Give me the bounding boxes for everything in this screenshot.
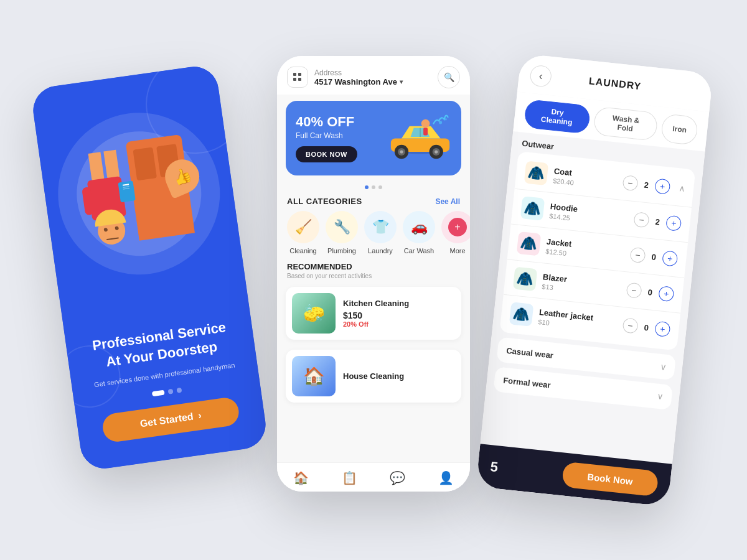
jacket-controls: − 0 + — [629, 247, 678, 267]
category-more[interactable]: + More — [441, 211, 470, 254]
banner-dot-3 — [378, 185, 382, 189]
svg-point-10 — [444, 118, 446, 120]
address-block: Address 4517 Washington Ave ▾ — [287, 67, 403, 88]
kitchen-cleaning-discount: 20% Off — [343, 320, 455, 328]
jacket-icon: 🧥 — [517, 231, 542, 256]
house-cleaning-thumb: 🏠 — [292, 356, 336, 396]
blazer-increase-button[interactable]: + — [658, 286, 674, 302]
cart-count: 5 — [489, 459, 499, 475]
casual-wear-chevron-icon: ∨ — [659, 362, 667, 372]
kitchen-cleaning-price: $150 — [343, 310, 455, 320]
category-laundry[interactable]: 👕 Laundry — [364, 211, 397, 254]
chevron-down-icon: ▾ — [400, 78, 403, 85]
car-illustration — [383, 112, 451, 164]
coat-controls: − 2 + — [622, 175, 670, 195]
tab-iron[interactable]: Iron — [660, 113, 698, 146]
bottom-nav: 🏠 📋 💬 👤 — [277, 462, 470, 492]
hoodie-controls: − 2 + — [633, 212, 682, 231]
kitchen-cleaning-thumb: 🧽 — [292, 293, 336, 334]
address-info: Address 4517 Washington Ave ▾ — [314, 68, 403, 86]
phone-splash: 👍 Professional Service At Your Doorstep … — [30, 63, 268, 472]
tab-dry-cleaning[interactable]: Dry Cleaning — [524, 99, 591, 134]
hoodie-increase-button[interactable]: + — [665, 215, 682, 231]
kitchen-cleaning-name: Kitchen Cleaning — [343, 299, 455, 308]
promo-banner: 40% OFF Full Car Wash BOOK NOW — [286, 101, 461, 175]
tab-wash-fold[interactable]: Wash & Fold — [593, 106, 659, 141]
kitchen-cleaning-info: Kitchen Cleaning $150 20% Off — [343, 299, 455, 328]
get-started-label: Get Started — [139, 411, 194, 430]
outwear-items: 🧥 Coat $20.40 − 2 + ∧ 🧥 — [499, 151, 695, 350]
categories-list: 🧹 Cleaning 🔧 Plumbing 👕 Laundry 🚗 Car Wa… — [277, 211, 470, 254]
svg-point-11 — [421, 119, 430, 128]
plumbing-label: Plumbing — [327, 247, 356, 254]
profile-icon: 👤 — [438, 470, 454, 485]
cleaning-icon-bg: 🧹 — [287, 211, 319, 243]
dot-2 — [168, 389, 174, 394]
blazer-icon: 🧥 — [513, 267, 538, 292]
banner-dot-2 — [372, 185, 375, 189]
categories-header: ALL CATEGORIES See All — [277, 190, 470, 211]
search-button[interactable]: 🔍 — [438, 66, 460, 88]
category-cleaning[interactable]: 🧹 Cleaning — [287, 211, 319, 254]
see-all-button[interactable]: See All — [435, 197, 460, 206]
get-started-button[interactable]: Get Started › — [101, 396, 240, 444]
house-cleaning-name: House Cleaning — [343, 371, 455, 381]
grid-icon-container — [287, 67, 308, 88]
discount-text: 40% OFF — [296, 114, 357, 130]
leather-jacket-decrease-button[interactable]: − — [622, 317, 638, 334]
more-label: More — [449, 247, 465, 254]
category-plumbing[interactable]: 🔧 Plumbing — [326, 211, 358, 254]
nav-profile[interactable]: 👤 — [438, 470, 454, 485]
jacket-increase-button[interactable]: + — [662, 250, 678, 266]
plumbing-icon-bg: 🔧 — [326, 211, 358, 243]
laundry-label: Laundry — [368, 247, 393, 254]
book-now-button[interactable]: Book Now — [561, 461, 659, 497]
banner-text: 40% OFF Full Car Wash BOOK NOW — [296, 114, 357, 162]
formal-wear-chevron-icon: ∨ — [656, 391, 664, 402]
hoodie-decrease-button[interactable]: − — [633, 212, 649, 228]
hoodie-info: Hoodie $14.25 — [549, 201, 629, 227]
coat-info: Coat $20.40 — [553, 166, 618, 191]
svg-point-9 — [439, 121, 442, 124]
house-cleaning-info: House Cleaning — [343, 371, 455, 381]
nav-home[interactable]: 🏠 — [293, 470, 309, 485]
blazer-info: Blazer $13 — [542, 272, 621, 298]
splash-dots — [152, 388, 182, 397]
casual-wear-label: Casual wear — [506, 345, 554, 360]
cleaning-label: Cleaning — [289, 247, 316, 254]
jacket-info: Jacket $12.50 — [545, 236, 625, 263]
search-icon: 🔍 — [444, 72, 454, 82]
nav-messages[interactable]: 💬 — [390, 470, 405, 485]
hoodie-icon: 🧥 — [520, 196, 545, 221]
phones-container: 👍 Professional Service At Your Doorstep … — [31, 25, 716, 535]
service-card-kitchen[interactable]: 🧽 Kitchen Cleaning $150 20% Off — [286, 287, 461, 340]
leather-jacket-count: 0 — [642, 322, 651, 332]
banner-dots — [277, 185, 470, 189]
hoodie-count: 2 — [654, 217, 662, 226]
services-header: Address 4517 Washington Ave ▾ 🔍 — [277, 56, 470, 95]
back-button[interactable]: ‹ — [529, 65, 552, 88]
category-carwash[interactable]: 🚗 Car Wash — [403, 211, 435, 254]
leather-jacket-info: Leather jacket $10 — [538, 307, 618, 334]
svg-point-8 — [435, 150, 438, 153]
dot-3 — [176, 388, 182, 393]
leather-jacket-increase-button[interactable]: + — [654, 321, 670, 337]
jacket-count: 0 — [650, 252, 659, 262]
worker-illustration: 👍 — [65, 102, 208, 255]
coat-count: 2 — [642, 180, 651, 190]
coat-increase-button[interactable]: + — [654, 178, 670, 194]
blazer-decrease-button[interactable]: − — [626, 282, 642, 299]
leather-jacket-controls: − 0 + — [622, 317, 670, 337]
phone-laundry: ‹ LAUNDRY Dry Cleaning Wash & Fold Iron … — [476, 54, 713, 507]
grid-icon — [293, 73, 302, 82]
banner-book-button[interactable]: BOOK NOW — [296, 146, 357, 162]
service-card-house[interactable]: 🏠 House Cleaning — [286, 350, 461, 403]
address-value[interactable]: 4517 Washington Ave ▾ — [314, 77, 403, 86]
nav-orders[interactable]: 📋 — [342, 470, 357, 485]
more-icon-bg: + — [441, 211, 470, 243]
orders-icon: 📋 — [342, 470, 357, 485]
home-icon: 🏠 — [293, 470, 309, 485]
jacket-decrease-button[interactable]: − — [629, 247, 646, 263]
messages-icon: 💬 — [390, 470, 405, 485]
coat-decrease-button[interactable]: − — [622, 175, 638, 191]
